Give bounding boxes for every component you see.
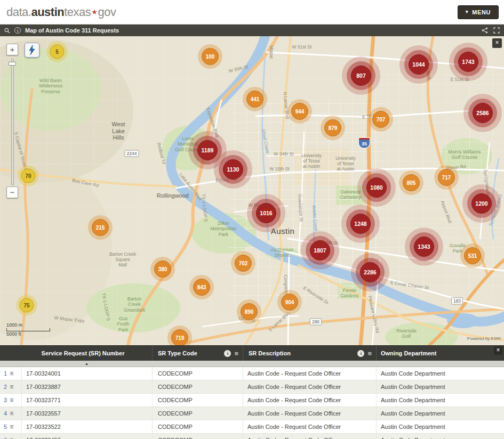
row-number-link[interactable]: 3 <box>4 397 7 403</box>
sr-type-code-cell: CODECOMP <box>152 394 243 407</box>
sr-number-cell: 17-00323522 <box>21 420 152 433</box>
logo-data: data. <box>6 5 31 19</box>
cluster-marker-2586[interactable]: 2586 <box>473 103 493 123</box>
row-list-icon[interactable]: ≡ <box>10 383 13 391</box>
cluster-marker-531[interactable]: 531 <box>464 247 481 264</box>
attribute-table-panel: × Service Request (SR) Number SR Type Co… <box>0 345 504 439</box>
table-row: 4≡17-00323557CODECOMPAustin Code - Reque… <box>0 407 504 420</box>
cluster-marker-1189[interactable]: 1189 <box>197 140 218 160</box>
row-number-link[interactable]: 4 <box>4 410 7 417</box>
cluster-marker-100[interactable]: 100 <box>202 48 219 65</box>
attribution: Powered by ESRI <box>467 336 501 341</box>
column-menu-icon[interactable]: ≡ <box>367 350 372 357</box>
cluster-marker-702[interactable]: 702 <box>235 255 252 272</box>
sr-number-cell: 17-00323887 <box>21 380 152 393</box>
cluster-marker-904[interactable]: 904 <box>281 294 298 311</box>
logo-texas: texas <box>64 5 91 19</box>
cluster-marker-1343[interactable]: 1343 <box>414 237 434 257</box>
cluster-marker-2286[interactable]: 2286 <box>360 262 380 282</box>
owning-department-cell: Austin Code Department <box>376 380 504 393</box>
cluster-marker-1807[interactable]: 1807 <box>310 240 330 261</box>
cluster-marker-1016[interactable]: 1016 <box>256 203 276 223</box>
search-icon[interactable] <box>4 28 10 34</box>
table-row: 1≡17-00324001CODECOMPAustin Code - Reque… <box>0 367 504 380</box>
sr-description-cell: Austin Code - Request Code Officer <box>243 407 376 420</box>
row-list-icon[interactable]: ≡ <box>10 396 13 404</box>
cluster-marker-843[interactable]: 843 <box>193 279 210 296</box>
column-menu-icon[interactable]: ≡ <box>234 350 238 357</box>
zoom-in-button[interactable]: + <box>6 44 18 55</box>
cluster-marker-807[interactable]: 807 <box>351 66 371 86</box>
site-logo: data.austintexas★gov <box>6 5 116 19</box>
cluster-marker-75[interactable]: 75 <box>20 298 34 313</box>
map-title: Map of Austin Code 311 Requests <box>25 27 119 34</box>
zoom-slider-handle[interactable] <box>9 62 16 66</box>
sr-number-cell: 17-00323458 <box>21 434 152 439</box>
cluster-marker-70[interactable]: 70 <box>21 169 36 183</box>
table-row: 2≡17-00323887CODECOMPAustin Code - Reque… <box>0 380 504 394</box>
site-header: data.austintexas★gov ▾ MENU <box>0 0 504 25</box>
logo-austin: austin <box>31 5 64 19</box>
column-header-sr-number[interactable]: Service Request (SR) Number <box>0 346 152 361</box>
lightning-tool-button[interactable] <box>25 43 39 58</box>
sr-type-code-cell: CODECOMP <box>152 380 243 393</box>
sr-type-code-cell: CODECOMP <box>152 407 243 420</box>
cluster-marker-441[interactable]: 441 <box>246 91 263 108</box>
row-number-link[interactable]: 5 <box>4 424 7 430</box>
row-list-icon[interactable]: ≡ <box>10 423 13 430</box>
info-icon[interactable]: i <box>357 350 364 357</box>
cluster-layer: 5100104417438074412586944879707701189113… <box>0 36 504 345</box>
zoom-out-button[interactable]: − <box>6 186 18 198</box>
column-header-owning-department[interactable]: Owning Department <box>376 346 504 361</box>
cluster-marker-1130[interactable]: 1130 <box>223 159 243 180</box>
menu-button[interactable]: ▾ MENU <box>458 5 499 19</box>
lightning-icon <box>27 45 37 55</box>
close-table-button[interactable]: × <box>494 346 502 355</box>
fullscreen-icon[interactable] <box>493 27 500 34</box>
close-map-button[interactable]: × <box>492 38 502 48</box>
cluster-marker-805[interactable]: 805 <box>403 174 420 191</box>
table-row: 3≡17-00323771CODECOMPAustin Code - Reque… <box>0 394 504 407</box>
row-list-icon[interactable]: ≡ <box>10 410 13 417</box>
cluster-marker-5[interactable]: 5 <box>50 45 65 59</box>
zoom-slider-track[interactable] <box>11 59 14 185</box>
owning-department-cell: Austin Code Department <box>376 394 504 407</box>
menu-button-label: MENU <box>472 9 491 15</box>
chevron-down-icon: ▾ <box>466 10 468 14</box>
share-icon[interactable] <box>482 27 488 34</box>
scale-imperial: 5000 ft <box>6 331 50 338</box>
cluster-marker-1248[interactable]: 1248 <box>350 214 371 234</box>
cluster-marker-380[interactable]: 380 <box>154 261 171 278</box>
row-number-link[interactable]: 2 <box>4 384 7 390</box>
row-number-link[interactable]: 6 <box>4 437 7 439</box>
cluster-marker-719[interactable]: 719 <box>171 329 188 345</box>
row-list-icon[interactable]: ≡ <box>10 370 13 377</box>
scale-bar: 1000 m 5000 ft <box>6 322 50 338</box>
cluster-marker-1743[interactable]: 1743 <box>458 52 478 72</box>
sr-description-cell: Austin Code - Request Code Officer <box>243 380 376 393</box>
cluster-marker-890[interactable]: 890 <box>241 303 258 320</box>
sr-number-cell: 17-00323557 <box>21 407 152 420</box>
map-toolbar: i Map of Austin Code 311 Requests <box>0 25 504 36</box>
cluster-marker-1200[interactable]: 1200 <box>471 193 492 214</box>
cluster-marker-944[interactable]: 944 <box>291 103 308 120</box>
owning-department-cell: Austin Code Department <box>376 407 504 420</box>
info-icon[interactable]: i <box>224 350 231 357</box>
table-body: 1≡17-00324001CODECOMPAustin Code - Reque… <box>0 367 504 439</box>
cluster-marker-1080[interactable]: 1080 <box>366 177 387 198</box>
column-header-sr-type-code[interactable]: SR Type Code i ≡ <box>152 346 243 361</box>
row-list-icon[interactable]: ≡ <box>10 436 13 439</box>
column-header-sr-description[interactable]: SR Description i ≡ <box>243 346 376 361</box>
cluster-marker-879[interactable]: 879 <box>324 119 341 136</box>
map-canvas[interactable]: Wild Basin Wilderness PreserveWest Lake … <box>0 36 504 345</box>
cluster-marker-707[interactable]: 707 <box>372 111 389 128</box>
cluster-marker-717[interactable]: 717 <box>438 169 455 186</box>
logo-gov: gov <box>98 5 116 19</box>
cluster-marker-215[interactable]: 215 <box>92 219 109 236</box>
table-row: 5≡17-00323522CODECOMPAustin Code - Reque… <box>0 420 504 434</box>
sort-indicator-icon[interactable]: ▲ <box>21 361 152 367</box>
cluster-marker-1044[interactable]: 1044 <box>409 54 429 75</box>
info-icon[interactable]: i <box>14 27 21 34</box>
owning-department-cell: Austin Code Department <box>376 420 504 433</box>
row-number-link[interactable]: 1 <box>4 370 7 377</box>
